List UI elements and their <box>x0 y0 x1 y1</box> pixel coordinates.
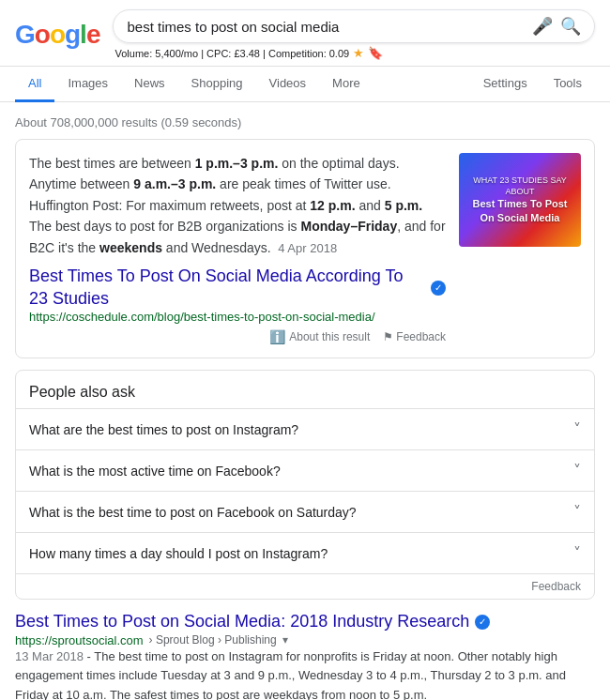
first-result-link-row: Best Times To Post On Social Media Accor… <box>29 266 446 310</box>
result-card-image: WHAT 23 STUDIES SAY ABOUT Best Times To … <box>459 153 581 247</box>
first-result-text-area: The best times are between 1 p.m.–3 p.m.… <box>29 153 446 344</box>
chevron-down-icon: ˅ <box>573 420 581 438</box>
tab-tools[interactable]: Tools <box>541 67 595 102</box>
star-icon: ★ <box>353 46 364 60</box>
verified-badge-2: ✓ <box>475 615 490 630</box>
url-dropdown-arrow[interactable]: ▾ <box>282 633 288 647</box>
feedback-icon: ⚑ <box>383 330 393 343</box>
search-meta: Volume: 5,400/mo | CPC: £3.48 | Competit… <box>113 43 595 60</box>
chevron-down-icon: ˅ <box>573 503 581 521</box>
second-result: Best Times to Post on Social Media: 2018… <box>15 611 595 700</box>
verified-badge: ✓ <box>431 281 446 296</box>
paa-item-0[interactable]: What are the best times to post on Insta… <box>16 408 594 449</box>
question-circle-icon: ℹ️ <box>269 329 285 344</box>
header: Google 🎤 🔍 Volume: 5,400/mo | CPC: £3.48… <box>0 0 610 67</box>
tab-settings[interactable]: Settings <box>470 67 541 102</box>
tab-news[interactable]: News <box>121 67 178 102</box>
second-result-url: https://sproutsocial.com <box>15 633 144 647</box>
paa-item-2[interactable]: What is the best time to post on Faceboo… <box>16 491 594 532</box>
first-result-card: The best times are between 1 p.m.–3 p.m.… <box>15 139 595 358</box>
results-count: About 708,000,000 results (0.59 seconds) <box>15 110 595 139</box>
main-content: About 708,000,000 results (0.59 seconds)… <box>0 102 610 700</box>
tab-more[interactable]: More <box>319 67 374 102</box>
about-result[interactable]: ℹ️ About this result <box>269 329 370 344</box>
chevron-down-icon: ˅ <box>573 544 581 562</box>
first-result-footer: ℹ️ About this result ⚑ Feedback <box>29 329 446 344</box>
second-result-link[interactable]: Best Times to Post on Social Media: 2018… <box>15 611 469 632</box>
search-bar-wrap: 🎤 🔍 Volume: 5,400/mo | CPC: £3.48 | Comp… <box>113 9 595 60</box>
search-bar: 🎤 🔍 <box>113 9 595 43</box>
people-also-ask-box: People also ask What are the best times … <box>15 370 595 600</box>
microphone-icon[interactable]: 🎤 <box>532 16 553 37</box>
search-input[interactable] <box>127 19 525 35</box>
bookmark-icon: 🔖 <box>368 46 383 60</box>
second-result-link-row: Best Times to Post on Social Media: 2018… <box>15 611 595 632</box>
tab-videos[interactable]: Videos <box>256 67 320 102</box>
paa-item-3[interactable]: How many times a day should I post on In… <box>16 532 594 573</box>
second-result-url-path: › Sprout Blog › Publishing <box>149 633 277 647</box>
google-logo: Google <box>15 20 99 50</box>
tab-images[interactable]: Images <box>54 67 121 102</box>
first-result-date: 4 Apr 2018 <box>275 241 338 255</box>
second-result-snippet: 13 Mar 2018 - The best time to post on I… <box>15 647 595 700</box>
first-result-body: The best times are between 1 p.m.–3 p.m.… <box>29 153 446 258</box>
result-card-image-text: WHAT 23 STUDIES SAY ABOUT Best Times To … <box>466 175 573 224</box>
feedback-link-first[interactable]: ⚑ Feedback <box>383 330 446 343</box>
tab-shopping[interactable]: Shopping <box>178 67 256 102</box>
paa-title: People also ask <box>16 371 594 408</box>
nav-tabs: All Images News Shopping Videos More Set… <box>0 67 610 102</box>
paa-feedback[interactable]: Feedback <box>16 573 594 599</box>
first-result-url: https://coschedule.com/blog/best-times-t… <box>29 310 446 324</box>
tab-all[interactable]: All <box>15 67 54 102</box>
paa-item-1[interactable]: What is the most active time on Facebook… <box>16 449 594 491</box>
nav-right: Settings Tools <box>470 67 595 101</box>
first-result-link[interactable]: Best Times To Post On Social Media Accor… <box>29 266 425 310</box>
search-icon[interactable]: 🔍 <box>560 16 581 37</box>
chevron-down-icon: ˅ <box>573 462 581 479</box>
second-result-url-row: https://sproutsocial.com › Sprout Blog ›… <box>15 633 595 647</box>
